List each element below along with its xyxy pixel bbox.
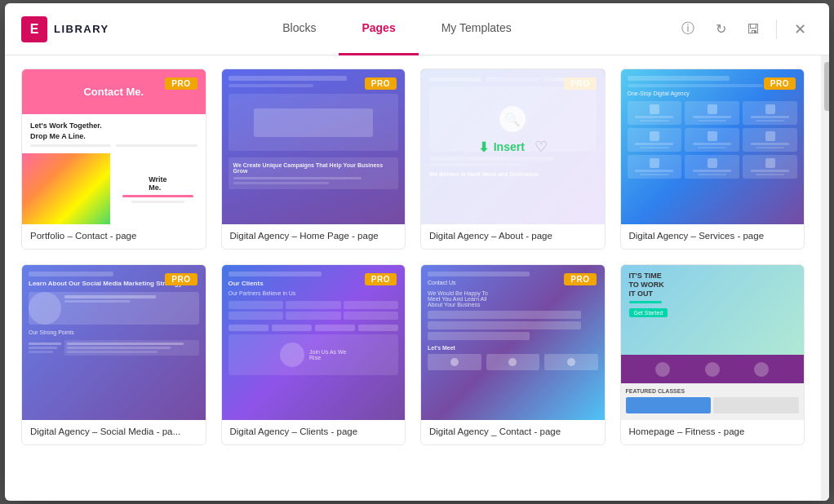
library-title: LIBRARY	[54, 23, 109, 35]
insert-button[interactable]: ⬇Insert	[478, 139, 525, 155]
header-actions: ⓘ ↻ 🖫 ✕	[675, 16, 813, 42]
refresh-icon: ↻	[716, 21, 726, 37]
insert-icon: ⬇	[478, 139, 489, 155]
card-overlay: ⬇Insert♡	[421, 69, 605, 224]
scrollbar[interactable]	[821, 55, 829, 501]
template-card-card-6[interactable]: Our Clients Our Partners Believe in Us J…	[221, 264, 406, 445]
card-thumbnail: Contact Me. Let's Work Together.Drop Me …	[22, 69, 206, 224]
heart-icon: ♡	[535, 139, 548, 155]
content-area[interactable]: Contact Me. Let's Work Together.Drop Me …	[5, 55, 821, 501]
refresh-button[interactable]: ↻	[708, 16, 734, 42]
templates-grid: Contact Me. Let's Work Together.Drop Me …	[21, 69, 805, 445]
logo-area: E LIBRARY	[21, 16, 119, 42]
card-thumbnail: IT'S TIMETO WORKIT OUT Get Started FEATU…	[621, 265, 805, 420]
card-thumbnail: Learn About Our Social Media Marketing S…	[22, 265, 206, 420]
template-card-card-1[interactable]: Contact Me. Let's Work Together.Drop Me …	[21, 69, 206, 250]
card-thumbnail: Our Clients Our Partners Believe in Us J…	[222, 265, 406, 420]
template-card-card-3[interactable]: 🔍 We Believe in Hard Work and Dedication…	[420, 69, 606, 250]
card-label: Homepage – Fitness - page	[621, 420, 805, 444]
scrollbar-thumb	[824, 62, 829, 111]
card-thumbnail: One-Stop Digital Agency	[621, 69, 805, 224]
template-card-card-7[interactable]: Contact Us We Would Be Happy ToMeet You …	[420, 264, 606, 445]
card-label: Digital Agency _ Contact - page	[421, 420, 605, 444]
pro-badge: PRO	[764, 77, 796, 90]
card-label: Digital Agency – Home Page - page	[222, 224, 406, 249]
card-label: Digital Agency – Social Media - pa...	[22, 420, 206, 444]
close-icon: ✕	[794, 20, 806, 38]
info-icon: ⓘ	[681, 20, 694, 38]
pro-badge: PRO	[365, 77, 397, 90]
template-card-card-5[interactable]: Learn About Our Social Media Marketing S…	[21, 264, 206, 445]
tabs-area: Blocks Pages My Templates	[119, 3, 675, 55]
template-card-card-2[interactable]: We Create Unique Campaigns That Help You…	[221, 69, 406, 250]
pro-badge: PRO	[165, 77, 197, 90]
card-label: Digital Agency – Clients - page	[222, 420, 406, 444]
template-card-card-4[interactable]: One-Stop Digital Agency	[620, 69, 805, 250]
template-card-card-8[interactable]: IT'S TIMETO WORKIT OUT Get Started FEATU…	[620, 264, 805, 445]
header-divider	[776, 20, 777, 39]
card-thumbnail: 🔍 We Believe in Hard Work and Dedication…	[421, 69, 605, 224]
insert-label: Insert	[494, 140, 525, 153]
info-button[interactable]: ⓘ	[675, 16, 701, 42]
elementor-logo-icon: E	[21, 16, 47, 42]
card-thumbnail: Contact Us We Would Be Happy ToMeet You …	[421, 265, 605, 420]
pro-badge: PRO	[365, 273, 397, 285]
favorite-button[interactable]: ♡	[535, 138, 548, 156]
card-label: Digital Agency – About - page	[421, 224, 605, 249]
card-label: Portfolio – Contact - page	[22, 224, 206, 249]
close-button[interactable]: ✕	[787, 16, 813, 42]
modal-body: Contact Me. Let's Work Together.Drop Me …	[5, 55, 829, 501]
save-button[interactable]: 🖫	[740, 16, 766, 42]
card-thumbnail: We Create Unique Campaigns That Help You…	[222, 69, 406, 224]
modal-header: E LIBRARY Blocks Pages My Templates ⓘ ↻ …	[5, 3, 829, 55]
library-modal: E LIBRARY Blocks Pages My Templates ⓘ ↻ …	[5, 3, 829, 501]
tab-blocks[interactable]: Blocks	[260, 3, 339, 55]
tab-my-templates[interactable]: My Templates	[419, 3, 535, 55]
tab-pages[interactable]: Pages	[339, 3, 418, 55]
pro-badge: PRO	[165, 273, 197, 285]
pro-badge: PRO	[564, 273, 596, 285]
save-icon: 🖫	[747, 22, 760, 37]
card-label: Digital Agency – Services - page	[621, 224, 805, 249]
